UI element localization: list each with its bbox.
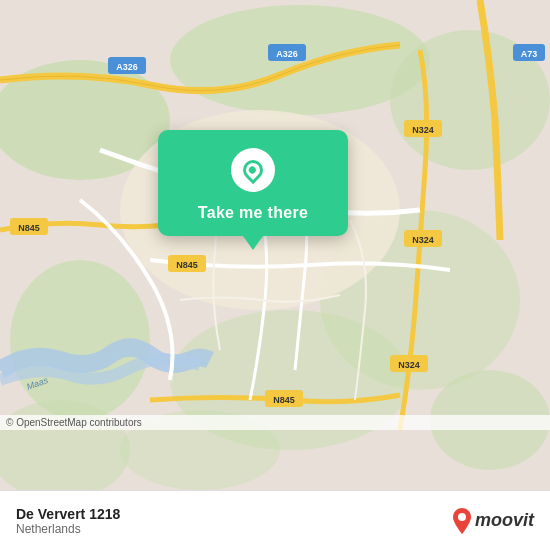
svg-text:A326: A326 — [276, 49, 298, 59]
country-line: Netherlands — [16, 522, 120, 536]
svg-text:N845: N845 — [273, 395, 295, 405]
address-line: De Ververt 1218 — [16, 506, 120, 522]
svg-text:N324: N324 — [398, 360, 420, 370]
copyright-text: © OpenStreetMap contributors — [0, 415, 550, 430]
popup-label: Take me there — [198, 204, 308, 222]
map-container: A326 A326 A73 N324 N324 N324 N845 N845 N… — [0, 0, 550, 490]
take-me-there-button[interactable]: Take me there — [158, 130, 348, 236]
svg-text:N324: N324 — [412, 235, 434, 245]
svg-text:N845: N845 — [176, 260, 198, 270]
svg-text:N324: N324 — [412, 125, 434, 135]
svg-text:A326: A326 — [116, 62, 138, 72]
svg-point-30 — [458, 513, 466, 521]
moovit-text: moovit — [475, 510, 534, 531]
location-pin-icon — [231, 148, 275, 192]
footer-bar: De Ververt 1218 Netherlands moovit — [0, 490, 550, 550]
moovit-logo: moovit — [451, 508, 534, 534]
address-block: De Ververt 1218 Netherlands — [16, 506, 120, 536]
svg-text:N845: N845 — [18, 223, 40, 233]
svg-text:A73: A73 — [521, 49, 538, 59]
moovit-pin-icon — [451, 508, 473, 534]
